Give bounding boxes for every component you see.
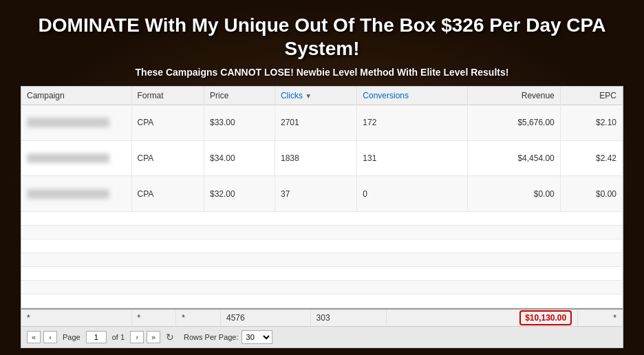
footer-clicks: 4576 [220,309,310,326]
last-page-button[interactable]: » [147,331,160,343]
col-header-conversions: Conversions [357,87,468,105]
col-header-clicks[interactable]: Clicks ▼ [275,87,356,105]
empty-row [21,281,623,294]
conversions-cell-3: 0 [357,176,468,212]
footer-revenue: $10,130.00 [387,309,578,326]
page-label: Page [63,333,80,341]
footer-row: * * * 4576 303 $10,130.00 * [21,309,623,326]
footer-conversions: 303 [310,309,387,326]
footer-format: * [131,309,176,326]
revenue-cell-2: $4,454.00 [467,140,560,176]
pagination-bar: « ‹ Page of 1 › » ↻ Rows Per Page: 30 50… [21,326,623,347]
empty-row [21,267,623,281]
format-cell-1: CPA [131,105,204,141]
footer-epc: * [578,309,623,326]
epc-cell-2: $2.42 [560,140,622,176]
col-header-format: Format [131,87,204,105]
empty-row [21,212,623,226]
campaign-blur-3 [27,189,109,199]
empty-row [21,239,623,253]
first-page-button[interactable]: « [27,331,41,343]
col-header-campaign: Campaign [21,87,131,105]
table-row: CPA $34.00 1838 131 $4,454.00 $2.42 [21,140,623,176]
campaign-table: Campaign Format Price Clicks ▼ Conversio… [21,87,623,308]
revenue-cell-3: $0.00 [467,176,560,212]
col-header-price: Price [204,87,275,105]
campaign-cell-2 [21,140,131,176]
prev-page-button[interactable]: ‹ [43,331,57,343]
conversions-cell-2: 131 [357,140,468,176]
main-headline: DOMINATE With My Unique Out Of The Box $… [21,14,623,60]
table-header-row: Campaign Format Price Clicks ▼ Conversio… [21,87,623,105]
revenue-cell-1: $5,676.00 [467,105,560,141]
col-header-revenue: Revenue [467,87,560,105]
format-cell-3: CPA [131,176,204,212]
sort-arrow-icon: ▼ [305,92,312,100]
sub-headline: These Campaigns CANNOT LOSE! Newbie Leve… [136,67,509,78]
footer-table: * * * 4576 303 $10,130.00 * [21,308,623,326]
clicks-cell-1: 2701 [275,105,356,141]
price-cell-2: $34.00 [204,140,275,176]
clicks-cell-2: 1838 [275,140,356,176]
total-revenue-highlighted: $10,130.00 [519,310,572,325]
conversions-cell-1: 172 [357,105,468,141]
page-number-input[interactable] [86,331,107,343]
refresh-icon[interactable]: ↻ [166,332,174,343]
empty-row [21,226,623,239]
campaign-blur-2 [27,153,109,163]
rows-per-page-select[interactable]: 30 50 100 [242,330,272,344]
data-table-container: Campaign Format Price Clicks ▼ Conversio… [21,86,623,348]
clicks-cell-3: 37 [275,176,356,212]
table-row: CPA $32.00 37 0 $0.00 $0.00 [21,176,623,212]
epc-cell-1: $2.10 [560,105,622,141]
format-cell-2: CPA [131,140,204,176]
rows-per-page-label: Rows Per Page: [184,333,238,341]
table-row: CPA $33.00 2701 172 $5,676.00 $2.10 [21,105,623,141]
epc-cell-3: $0.00 [560,176,622,212]
empty-row [21,253,623,267]
empty-row [21,294,623,308]
footer-campaign: * [21,309,131,326]
footer-price: * [176,309,221,326]
campaign-blur-1 [27,118,109,127]
next-page-button[interactable]: › [130,331,144,343]
campaign-cell-1 [21,105,131,141]
col-header-epc: EPC [560,87,622,105]
campaign-cell-3 [21,176,131,212]
of-label: of 1 [112,333,125,341]
price-cell-1: $33.00 [204,105,275,141]
price-cell-3: $32.00 [204,176,275,212]
